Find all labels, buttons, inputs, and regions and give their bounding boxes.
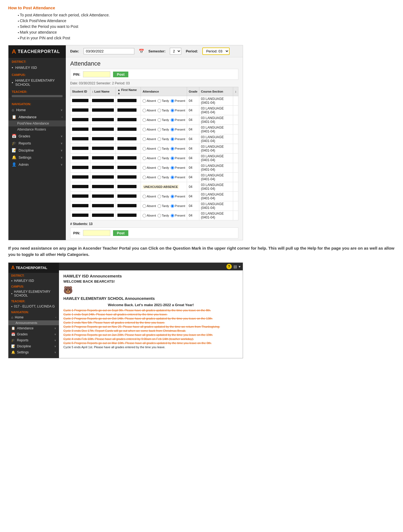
- date-input[interactable]: [84, 48, 134, 54]
- radio-present[interactable]: Present: [171, 176, 185, 179]
- help-circle-icon[interactable]: ?: [226, 264, 232, 269]
- radio-tardy[interactable]: Tardy: [158, 156, 169, 160]
- radio-absent[interactable]: Absent: [143, 118, 156, 122]
- student-id-redacted: [72, 156, 88, 159]
- attendance-radios[interactable]: Absent Tardy Present: [143, 128, 185, 131]
- attendance-radios[interactable]: Absent Tardy Present: [143, 204, 185, 208]
- attendance-radios[interactable]: Absent Tardy Present: [143, 147, 185, 150]
- radio-present[interactable]: Present: [171, 204, 185, 208]
- sidebar-item-reports[interactable]: 🎓 Reports ∨: [8, 140, 66, 147]
- radio-present[interactable]: Present: [171, 214, 185, 217]
- radio-absent[interactable]: Absent: [143, 99, 156, 103]
- radio-present[interactable]: Present: [171, 99, 185, 103]
- sidebar-sub-post-view[interactable]: Post/View Attendance: [8, 120, 66, 126]
- s2-item-reports[interactable]: 🎓 Reports ∨: [8, 337, 59, 343]
- radio-absent[interactable]: Absent: [143, 204, 156, 208]
- radio-tardy[interactable]: Tardy: [158, 128, 169, 131]
- attendance-radios[interactable]: Absent Tardy Present: [143, 156, 185, 160]
- home-arrow: ∨: [61, 108, 63, 111]
- last-name-redacted: [92, 108, 114, 112]
- teacher-label: TEACHER:: [8, 88, 66, 94]
- course-cell: 03 LANGUAGE (0401-04): [199, 153, 233, 163]
- s2-item-home[interactable]: ⌂ Home ‹: [8, 314, 59, 320]
- attendance-radios[interactable]: Absent Tardy Present: [143, 118, 185, 122]
- sidebar-item-admin[interactable]: 👤 Admin ∨: [8, 161, 66, 168]
- sidebar-item-discipline[interactable]: 📝 Discipline ∨: [8, 147, 66, 154]
- first-name-redacted: [117, 108, 137, 112]
- radio-tardy[interactable]: Tardy: [158, 195, 169, 198]
- attendance-radios[interactable]: Absent Tardy Present: [143, 99, 185, 103]
- topbar-icon-1[interactable]: ▤: [233, 264, 237, 269]
- attendance-radios[interactable]: Absent Tardy Present: [143, 166, 185, 170]
- attendance-radios[interactable]: Absent Tardy Present: [143, 195, 185, 198]
- radio-present[interactable]: Present: [171, 147, 185, 150]
- radio-tardy[interactable]: Tardy: [158, 99, 169, 103]
- attendance-radios[interactable]: Absent Tardy Present: [143, 109, 185, 112]
- radio-absent[interactable]: Absent: [143, 147, 156, 150]
- radio-absent[interactable]: Absent: [143, 214, 156, 217]
- s2-home-arrow: ‹: [55, 316, 56, 319]
- s2-item-discipline[interactable]: 📝 Discipline ∨: [8, 343, 59, 349]
- period-select[interactable]: Period: 03: [202, 48, 230, 55]
- radio-present[interactable]: Present: [171, 118, 185, 122]
- radio-absent[interactable]: Absent: [143, 128, 156, 131]
- radio-absent[interactable]: Absent: [143, 137, 156, 141]
- attendance-radios[interactable]: Absent Tardy Present: [143, 214, 185, 217]
- pin-input-top[interactable]: [83, 71, 110, 77]
- settings-arrow: ∨: [61, 156, 63, 159]
- post-button-top[interactable]: Post: [113, 72, 128, 77]
- s2-sub-announcements[interactable]: Announcements: [8, 320, 59, 325]
- teacher-bar: [12, 95, 63, 97]
- cycle-strikethrough: Cycle 4 Progress Reports go out on Jan 2…: [63, 333, 238, 336]
- sidebar-item-grades[interactable]: 📅 Grades ∨: [8, 132, 66, 140]
- radio-present[interactable]: Present: [171, 128, 185, 131]
- radio-tardy[interactable]: Tardy: [158, 166, 169, 170]
- cycle-normal: Cycle 5 ends April 1st. Please have all …: [63, 345, 238, 349]
- radio-present[interactable]: Present: [171, 109, 185, 112]
- radio-absent[interactable]: Absent: [143, 195, 156, 198]
- radio-absent[interactable]: Absent: [143, 166, 156, 170]
- col-sort[interactable]: ↕: [233, 87, 238, 96]
- col-course[interactable]: Course-Section: [199, 87, 233, 96]
- s2-item-settings[interactable]: 🔔 Settings ∨: [8, 349, 59, 355]
- radio-absent[interactable]: Absent: [143, 176, 156, 179]
- attendance-radios[interactable]: Absent Tardy Present: [143, 176, 185, 179]
- calendar-icon[interactable]: 📅: [139, 49, 144, 54]
- student-id-redacted: [72, 128, 88, 131]
- sidebar-item-home[interactable]: ⌂ Home ∨: [8, 106, 66, 113]
- s2-home-icon: ⌂: [11, 315, 13, 319]
- radio-absent[interactable]: Absent: [143, 109, 156, 112]
- district-announcements-title: HAWLEY ISD Announcements: [63, 274, 238, 278]
- radio-tardy[interactable]: Tardy: [158, 214, 169, 217]
- radio-tardy[interactable]: Tardy: [158, 118, 169, 122]
- radio-present[interactable]: Present: [171, 166, 185, 170]
- student-id-redacted: [72, 99, 88, 102]
- s2-item-grades[interactable]: 📅 Grades ∨: [8, 331, 59, 337]
- sidebar-item-settings[interactable]: 🔔 Settings ∨: [8, 154, 66, 161]
- radio-present[interactable]: Present: [171, 195, 185, 198]
- radio-tardy[interactable]: Tardy: [158, 109, 169, 112]
- radio-present[interactable]: Present: [171, 137, 185, 141]
- col-first-name[interactable]: ▲ First Name ▲: [116, 87, 141, 96]
- discipline-label: Discipline: [19, 148, 34, 152]
- grades-icon: 📅: [12, 134, 16, 138]
- col-last-name[interactable]: ↕ Last Name: [90, 87, 116, 96]
- post-button-bottom[interactable]: Post: [113, 230, 128, 236]
- pin-input-bottom[interactable]: [83, 230, 110, 236]
- radio-absent[interactable]: Absent: [143, 156, 156, 160]
- first-name-redacted: [117, 214, 137, 217]
- bullet-3: Select the Period you want to Post: [16, 24, 395, 29]
- radio-tardy[interactable]: Tardy: [158, 204, 169, 208]
- topbar-icon-2[interactable]: ▾: [239, 264, 241, 269]
- radio-tardy[interactable]: Tardy: [158, 137, 169, 141]
- radio-tardy[interactable]: Tardy: [158, 176, 169, 179]
- attendance-radios[interactable]: Absent Tardy Present: [143, 137, 185, 141]
- sort-cell: [233, 192, 238, 201]
- sidebar-sub-rosters[interactable]: Attendance Rosters: [8, 126, 66, 132]
- s2-campus-name: HAWLEY ELEMENTARY SCHOOL: [14, 290, 56, 297]
- sidebar-item-attendance[interactable]: 📋 Attendance ‹: [8, 113, 66, 120]
- radio-present[interactable]: Present: [171, 156, 185, 160]
- s2-item-attendance[interactable]: 📋 Attendance ∨: [8, 325, 59, 331]
- semester-select[interactable]: 2: [170, 48, 181, 55]
- radio-tardy[interactable]: Tardy: [158, 147, 169, 150]
